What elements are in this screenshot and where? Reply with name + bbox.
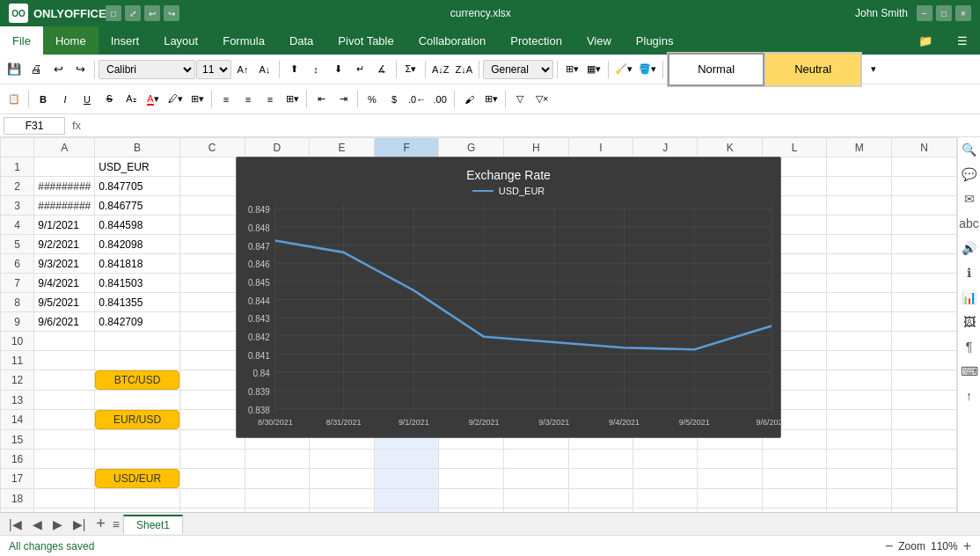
font-color-btn[interactable]: A▾ (143, 89, 164, 110)
style-neutral[interactable]: Neutral (764, 53, 861, 86)
format-as-table[interactable]: ▦▾ (583, 59, 604, 80)
cell-a2[interactable]: ######### (34, 177, 95, 196)
btc-usd-button[interactable]: BTC/USD (95, 370, 179, 390)
fill-btn[interactable]: 🪣▾ (636, 59, 659, 80)
clear-btn[interactable]: 🧹▾ (612, 59, 635, 80)
restore-btn[interactable]: ⤢ (125, 5, 141, 21)
wrap-text[interactable]: ↵ (349, 59, 370, 80)
copy-style-btn[interactable]: 🖌 (458, 89, 479, 110)
col-header-f[interactable]: F (374, 138, 439, 157)
align-left[interactable]: ≡ (216, 89, 237, 110)
col-header-m[interactable]: M (827, 138, 892, 157)
font-select[interactable]: Calibri (99, 60, 195, 79)
col-header-a[interactable]: A (34, 138, 95, 157)
cell-reference-input[interactable] (4, 117, 65, 135)
font-size-down[interactable]: A↓ (254, 59, 275, 80)
sort-az[interactable]: A↓Z (429, 59, 452, 80)
bold-btn[interactable]: B (33, 89, 54, 110)
underline-btn[interactable]: U (77, 89, 98, 110)
sidebar-comment-icon[interactable]: 💬 (961, 165, 978, 183)
menu-insert[interactable]: Insert (99, 26, 152, 55)
sheet-list-btn[interactable]: ≡ (113, 517, 120, 531)
inc-decimal[interactable]: .00 (429, 89, 450, 110)
sidebar-export-icon[interactable]: ↑ (961, 387, 978, 405)
highlight-btn[interactable]: 🖊▾ (165, 89, 186, 110)
zoom-plus-btn[interactable]: + (963, 538, 971, 554)
tab-next-btn[interactable]: ▶ (49, 517, 66, 531)
exchange-rate-chart[interactable]: Exchange Rate USD_EUR 0.849 0.848 0.847 … (236, 157, 781, 438)
border-btn[interactable]: ⊞▾ (186, 89, 208, 110)
sidebar-paragraph-icon[interactable]: ¶ (961, 338, 978, 355)
back-btn[interactable]: ↩ (144, 5, 160, 21)
strikethrough-btn[interactable]: S̶ (99, 89, 120, 110)
font-size-select[interactable]: 11 (196, 60, 231, 79)
sum-btn[interactable]: Σ▾ (400, 59, 421, 80)
merge-btn[interactable]: ⊞▾ (282, 89, 303, 110)
minimize-btn[interactable]: □ (106, 5, 121, 21)
menu-view[interactable]: View (574, 26, 624, 55)
cell-a1[interactable] (34, 157, 95, 177)
sidebar-search-icon[interactable]: 🔍 (961, 141, 978, 158)
subscript-btn[interactable]: A₂ (121, 89, 142, 110)
col-header-n[interactable]: N (892, 138, 957, 157)
sidebar-info-icon[interactable]: ℹ (961, 264, 978, 282)
cell-n1[interactable] (892, 157, 957, 177)
conditional-format[interactable]: ⊞▾ (561, 59, 582, 80)
menu-home[interactable]: Home (43, 26, 99, 55)
sheet-tab-sheet1[interactable]: Sheet1 (123, 515, 183, 534)
undo-btn[interactable]: ↩ (48, 59, 69, 80)
align-bottom[interactable]: ⬇ (327, 59, 348, 80)
col-header-g[interactable]: G (439, 138, 504, 157)
sidebar-audio-icon[interactable]: 🔊 (961, 239, 978, 257)
window-maximize[interactable]: □ (936, 5, 952, 21)
open-folder-btn[interactable]: 📁 (906, 26, 945, 55)
menu-layout[interactable]: Layout (151, 26, 210, 55)
menu-plugins[interactable]: Plugins (624, 26, 686, 55)
col-header-i[interactable]: I (568, 138, 633, 157)
cell-b1[interactable]: USD_EUR (95, 157, 180, 177)
style-normal[interactable]: Normal (668, 53, 764, 86)
menu-data[interactable]: Data (277, 26, 325, 55)
sort-za[interactable]: Z↓A (453, 59, 476, 80)
cell-m1[interactable] (827, 157, 892, 177)
menu-file[interactable]: File (0, 26, 43, 55)
col-header-e[interactable]: E (310, 138, 375, 157)
menu-collaboration[interactable]: Collaboration (406, 26, 499, 55)
autofilter-btn[interactable]: ▽× (531, 89, 552, 110)
number-format-select[interactable]: General (483, 60, 553, 79)
align-right[interactable]: ≡ (260, 89, 281, 110)
forward-btn[interactable]: ↪ (164, 5, 179, 21)
print-btn[interactable]: 🖨 (26, 59, 47, 80)
eur-usd-button[interactable]: EUR/USD (95, 410, 179, 429)
col-header-l[interactable]: L (762, 138, 826, 157)
increase-indent[interactable]: ⇥ (333, 89, 354, 110)
styles-dropdown[interactable]: ▾ (863, 59, 884, 80)
redo-btn[interactable]: ↪ (69, 59, 91, 80)
col-header-k[interactable]: K (698, 138, 763, 157)
paste-btn[interactable]: 📋 (4, 89, 25, 110)
percent-btn[interactable]: % (362, 89, 383, 110)
add-sheet-btn[interactable]: + (92, 515, 109, 533)
cell-c1[interactable] (179, 157, 245, 177)
cell-a3[interactable]: ######### (34, 196, 95, 216)
tab-prev-btn[interactable]: ◀ (29, 517, 46, 531)
menu-protection[interactable]: Protection (498, 26, 574, 55)
sidebar-chart-icon[interactable]: 📊 (961, 289, 978, 306)
col-header-b[interactable]: B (95, 138, 180, 157)
window-close[interactable]: × (955, 5, 971, 21)
window-minimize[interactable]: − (917, 5, 932, 21)
cell-style-btn[interactable]: ⊞▾ (480, 89, 501, 110)
sidebar-spellcheck-icon[interactable]: abc (961, 215, 978, 232)
cell-b2[interactable]: 0.847705 (95, 177, 180, 196)
filter-btn[interactable]: ▽ (509, 89, 530, 110)
align-middle[interactable]: ↕ (305, 59, 326, 80)
formula-input[interactable] (88, 117, 976, 135)
col-header-d[interactable]: D (245, 138, 310, 157)
usd-eur-button[interactable]: USD/EUR (95, 469, 179, 488)
sidebar-image-icon[interactable]: 🖼 (961, 313, 978, 331)
menu-pivot[interactable]: Pivot Table (325, 26, 406, 55)
align-top[interactable]: ⬆ (283, 59, 304, 80)
tab-last-btn[interactable]: ▶| (69, 517, 90, 531)
col-header-h[interactable]: H (504, 138, 569, 157)
menu-more[interactable]: ☰ (945, 26, 980, 55)
